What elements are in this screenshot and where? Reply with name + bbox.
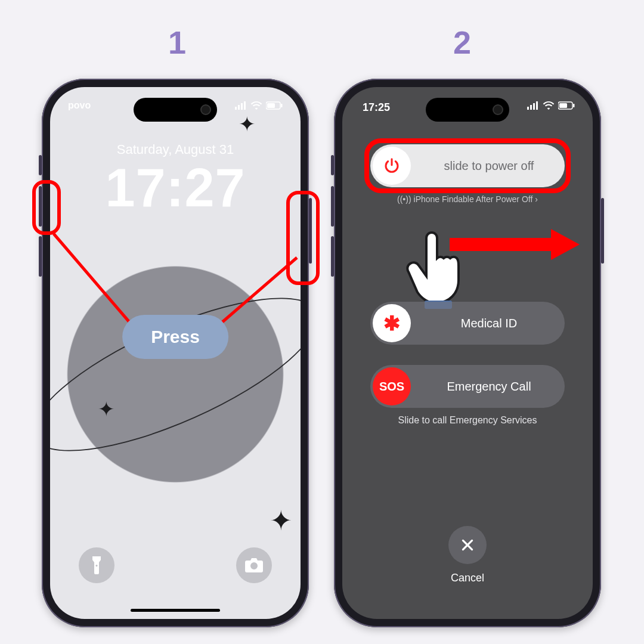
- svg-rect-11: [533, 103, 535, 110]
- svg-rect-1: [238, 105, 240, 110]
- svg-rect-15: [573, 104, 575, 107]
- step-number-1: 1: [168, 24, 186, 61]
- asterisk-icon: ✱: [383, 317, 400, 329]
- svg-rect-2: [241, 103, 243, 110]
- svg-rect-9: [527, 107, 529, 110]
- cancel-button[interactable]: [448, 526, 487, 564]
- medical-id-slider-label: Medical ID: [413, 317, 565, 330]
- volume-down-button[interactable]: [331, 236, 334, 277]
- medical-id-slider[interactable]: ✱ Medical ID: [370, 302, 565, 345]
- sparkle-icon: ✦: [239, 112, 255, 136]
- camera-button[interactable]: [236, 547, 272, 583]
- svg-rect-10: [530, 105, 532, 110]
- svg-rect-3: [244, 101, 246, 110]
- volume-down-button[interactable]: [39, 236, 42, 277]
- svg-rect-14: [559, 103, 567, 108]
- phone-mockup-step2: 17:25 slide to power off ((•))iPhone Fin…: [334, 79, 601, 627]
- dynamic-island: [426, 98, 509, 122]
- close-icon: [460, 537, 475, 553]
- battery-icon: [558, 101, 575, 110]
- power-off-screen: 17:25 slide to power off ((•))iPhone Fin…: [342, 87, 593, 619]
- annotation-highlight-volume: [32, 180, 61, 235]
- side-power-button[interactable]: [601, 198, 604, 264]
- emergency-sos-slider-label: Emergency Call: [413, 380, 565, 394]
- svg-rect-6: [281, 104, 283, 107]
- findable-after-poweroff-text[interactable]: ((•))iPhone Findable After Power Off›: [342, 194, 593, 204]
- emergency-sos-slider[interactable]: SOS Emergency Call: [370, 365, 565, 408]
- svg-rect-0: [235, 107, 237, 110]
- flashlight-button[interactable]: [79, 547, 114, 583]
- status-icons: [527, 101, 575, 110]
- wallpaper-ring: [50, 268, 301, 481]
- sparkle-icon: ✦: [270, 504, 293, 537]
- medical-id-slider-knob[interactable]: ✱: [373, 304, 411, 342]
- annotation-highlight-slider: [364, 138, 571, 193]
- status-time: 17:25: [363, 101, 390, 114]
- status-icons: [235, 100, 283, 111]
- home-indicator[interactable]: [131, 609, 220, 612]
- wifi-icon: [250, 101, 262, 110]
- annotation-highlight-power: [286, 191, 320, 285]
- emergency-sos-slider-knob[interactable]: SOS: [373, 367, 411, 405]
- annotation-press-label: Press: [122, 315, 228, 359]
- silence-switch[interactable]: [331, 155, 334, 175]
- battery-icon: [266, 101, 283, 110]
- step-number-2: 2: [453, 24, 471, 61]
- cellular-signal-icon: [527, 101, 539, 110]
- dynamic-island: [134, 98, 217, 122]
- phone-mockup-step1: ✦ ✦ ✦ povo Saturday, August 31 17:27: [42, 79, 309, 627]
- annotation-hand-pointer-icon: [404, 228, 476, 311]
- lock-screen-time: 17:27: [50, 157, 301, 219]
- chevron-right-icon: ›: [535, 194, 538, 204]
- camera-icon: [245, 558, 263, 572]
- sparkle-icon: ✦: [98, 397, 114, 421]
- emergency-hint-text: Slide to call Emergency Services: [342, 415, 593, 426]
- svg-rect-12: [536, 101, 538, 110]
- svg-rect-5: [267, 103, 275, 108]
- cancel-button-label: Cancel: [342, 572, 593, 584]
- svg-marker-17: [551, 229, 580, 260]
- cellular-signal-icon: [235, 101, 247, 110]
- lock-screen-date: Saturday, August 31: [50, 142, 301, 157]
- flashlight-icon: [90, 556, 103, 574]
- silence-switch[interactable]: [39, 155, 42, 175]
- carrier-label: povo: [68, 100, 91, 111]
- volume-up-button[interactable]: [331, 186, 334, 227]
- wifi-icon: [543, 101, 555, 110]
- location-broadcast-icon: ((•)): [397, 194, 411, 204]
- sos-icon: SOS: [379, 380, 404, 394]
